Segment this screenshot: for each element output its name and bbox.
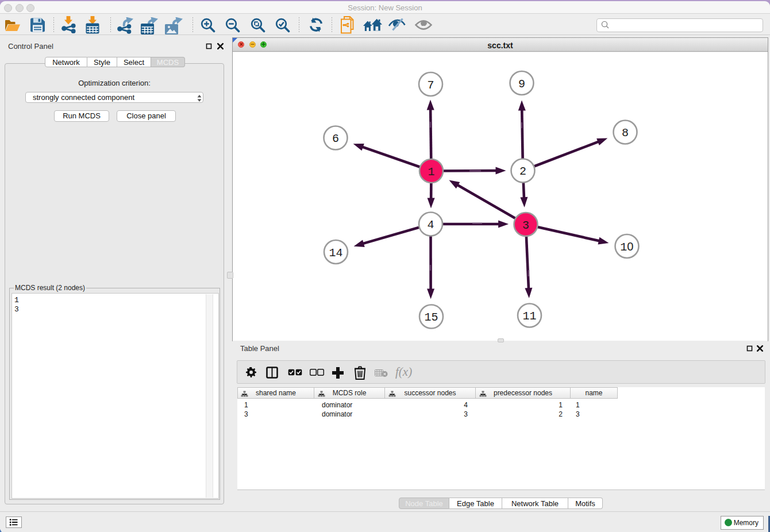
svg-text:7: 7 <box>427 79 434 92</box>
svg-text:3: 3 <box>522 219 529 232</box>
svg-text:4: 4 <box>427 218 434 232</box>
svg-text:2: 2 <box>519 165 526 178</box>
svg-text:9: 9 <box>518 78 525 91</box>
svg-text:1: 1 <box>620 241 627 254</box>
svg-text:11: 11 <box>522 310 536 323</box>
svg-text:6: 6 <box>332 132 339 145</box>
svg-text:0: 0 <box>627 240 633 253</box>
svg-text:8: 8 <box>622 126 629 140</box>
svg-text:14: 14 <box>329 246 342 260</box>
svg-text:15: 15 <box>424 311 438 324</box>
svg-text:1: 1 <box>428 165 434 179</box>
